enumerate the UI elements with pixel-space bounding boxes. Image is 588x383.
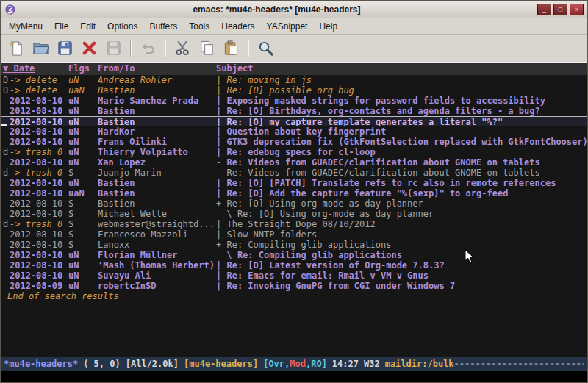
message-row[interactable]: 2012-08-10 uN Bastien | Re: [O] Birthday… [1, 106, 587, 116]
sort-column-date[interactable]: ▼ Date [3, 63, 68, 75]
row-flags: uN [68, 271, 98, 281]
row-flags: uaN [68, 85, 98, 96]
row-from: Michael Welle [98, 209, 216, 219]
toolbar-separator [248, 40, 249, 57]
message-row[interactable]: 2012-08-10 S Michael Welle \ Re: [O] Usi… [1, 209, 587, 219]
message-row[interactable]: 2012-08-10 uN Bastien | Re: [O] [PATCH] … [1, 178, 587, 188]
row-subject: | Re: [O] [PATCH] Translate refs to rc a… [216, 178, 587, 188]
row-marker [3, 96, 10, 106]
row-flags: S [68, 209, 98, 219]
row-subject: | Question about key fingerprint [216, 126, 587, 137]
row-date: 2012-08-10 [10, 250, 68, 260]
row-flags: uaN [68, 188, 98, 198]
search-button[interactable] [254, 37, 278, 60]
save-as-button[interactable] [101, 37, 126, 60]
row-subject: | Exposing masked strings for password f… [216, 96, 587, 106]
modeline-maildir: maildir:/bulk [385, 359, 454, 369]
buffer-area[interactable]: ▼ Date Flgs From/To Subject D -> delete … [1, 62, 587, 357]
row-date: 2012-08-10 [10, 178, 68, 188]
menu-item-help[interactable]: Help [313, 19, 343, 34]
message-row[interactable]: 2012-08-10 uN Suvayu Ali | Re: Emacs for… [1, 271, 587, 281]
message-row[interactable]: 2012-08-10 uN Mario Sanchez Prada | Expo… [1, 96, 587, 106]
row-marker: d [3, 168, 10, 178]
row-flags: S [68, 240, 98, 250]
row-date: 2012-08-10 [10, 137, 68, 147]
row-flags: uN [68, 157, 98, 168]
row-flags: S [68, 168, 98, 178]
row-flags: uN [68, 96, 98, 106]
message-row[interactable]: 2012-08-10 uN 'Mash (Thomas Herbert) | R… [1, 260, 587, 271]
new-file-button[interactable] [4, 37, 29, 60]
mode-line[interactable]: *mu4e-headers* ( 5, 0) [All/2.0k] [mu4e-… [1, 357, 587, 371]
message-row[interactable]: 2012-08-10 uN Florian Müllner \ Re: Comp… [1, 250, 587, 260]
modeline-modified-flag[interactable]: Mod [290, 359, 306, 369]
row-marker [3, 271, 10, 281]
row-date: -> trash 0 [10, 219, 68, 229]
message-row[interactable]: D -> delete uN Andreas Röhler | Re: movi… [1, 75, 587, 85]
message-row[interactable]: 2012-08-10 uaN Bastien | Re: [O] Add the… [1, 188, 587, 198]
cut-button[interactable] [171, 37, 195, 60]
column-flags[interactable]: Flgs [68, 63, 98, 75]
row-date: 2012-08-10 [10, 229, 68, 240]
message-row[interactable]: 2012-08-10 uN Bastien | Re: [O] my captu… [1, 116, 587, 126]
row-marker [3, 209, 10, 219]
row-marker [3, 250, 10, 260]
menubar: MyMenu File Edit Options Buffers Tools H… [1, 18, 587, 35]
row-date: -> delete [10, 85, 68, 96]
row-flags: uN [68, 75, 98, 85]
menu-item-file[interactable]: File [49, 19, 74, 34]
headers-header-line[interactable]: ▼ Date Flgs From/To Subject [1, 63, 587, 75]
row-flags: uN [68, 250, 98, 260]
message-row[interactable]: d -> trash 0 uN Thierry Volpiatto | Re: … [1, 147, 587, 157]
minibuffer[interactable] [1, 371, 587, 382]
row-subject: \ Re: Compiling glib applications [216, 250, 587, 260]
row-marker [3, 117, 10, 126]
message-row[interactable]: 2012-08-10 S Bastien + Re: [O] Using org… [1, 198, 587, 209]
row-flags: uN [68, 281, 98, 291]
copy-button[interactable] [195, 37, 219, 60]
column-from[interactable]: From/To [98, 63, 216, 75]
menu-item-yasnippet[interactable]: YASnippet [261, 19, 314, 34]
minimize-button[interactable]: _ [537, 4, 551, 15]
window-controls: _ □ × [537, 4, 584, 15]
message-row[interactable]: 2012-08-10 uN Xan Lopez - Re: Videos fro… [1, 157, 587, 168]
message-row[interactable]: 2012-08-10 S Francesco Mazzoli | Slow NN… [1, 229, 587, 240]
maximize-button[interactable]: □ [553, 4, 567, 15]
undo-button[interactable] [136, 37, 160, 60]
toolbar [1, 35, 587, 62]
message-row[interactable]: 2012-08-10 S Lanoxx + Re: Compiling glib… [1, 240, 587, 250]
menu-item-buffers[interactable]: Buffers [143, 19, 183, 34]
row-subject: - Re: Videos from GUADEC/clarification a… [216, 168, 587, 178]
row-flags: uN [68, 126, 98, 137]
undo-icon [140, 40, 157, 57]
message-row[interactable]: d -> trash 0 S Juanjo Marin - Re: Videos… [1, 168, 587, 178]
message-row[interactable]: 2012-08-10 uN Frans Oilinki | GTK3 depre… [1, 137, 587, 147]
titlebar[interactable]: emacs: *mu4e-headers* [mu4e-headers] _ □… [1, 1, 587, 18]
row-from: Bastien [98, 188, 216, 198]
row-from: Francesco Mazzoli [98, 229, 216, 240]
menu-item-options[interactable]: Options [101, 19, 143, 34]
paste-button[interactable] [219, 37, 243, 60]
message-row[interactable]: d -> trash 0 S webmaster@straightd... | … [1, 219, 587, 229]
menu-item-tools[interactable]: Tools [183, 19, 215, 34]
row-marker [3, 198, 10, 209]
column-subject[interactable]: Subject [216, 63, 587, 75]
close-button[interactable]: × [570, 4, 584, 15]
message-row[interactable]: D -> delete uaN Bastien | Re: [O] possib… [1, 85, 587, 96]
row-from: Bastien [98, 106, 216, 116]
kill-buffer-button[interactable] [77, 37, 101, 60]
row-from: 'Mash (Thomas Herbert) [98, 260, 216, 271]
modeline-major-mode[interactable]: [mu4e-headers] [184, 359, 258, 369]
window-title: emacs: *mu4e-headers* [mu4e-headers] [21, 4, 533, 15]
open-file-button[interactable] [29, 37, 53, 60]
row-date: 2012-08-10 [10, 96, 68, 106]
message-row[interactable]: 2012-08-09 uN robertcInSD | Re: Invoking… [1, 281, 587, 291]
row-from: Florian Müllner [98, 250, 216, 260]
save-button[interactable] [53, 37, 77, 60]
row-marker [3, 281, 10, 291]
menu-item-mymenu[interactable]: MyMenu [3, 19, 49, 34]
message-row[interactable]: 2012-08-10 uN HardKor | Question about k… [1, 126, 587, 137]
menu-item-edit[interactable]: Edit [74, 19, 101, 34]
row-date: 2012-08-10 [10, 117, 68, 126]
menu-item-headers[interactable]: Headers [215, 19, 260, 34]
